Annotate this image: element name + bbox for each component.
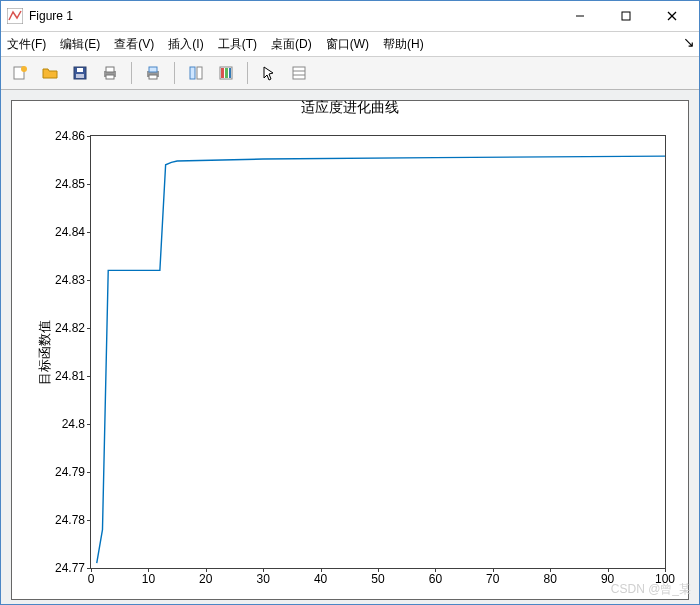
colorbar-button[interactable] [213,60,239,86]
y-tick-label: 24.86 [55,129,91,143]
window-title: Figure 1 [29,9,73,23]
new-figure-button[interactable] [7,60,33,86]
svg-rect-2 [622,12,630,20]
svg-rect-11 [106,67,114,72]
svg-rect-9 [76,74,84,78]
menubar: 文件(F) 编辑(E) 查看(V) 插入(I) 工具(T) 桌面(D) 窗口(W… [1,32,699,57]
plot-frame: 适应度进化曲线 目标函数值 24.7724.7824.7924.824.8124… [11,100,689,600]
y-tick-label: 24.84 [55,225,91,239]
close-button[interactable] [649,1,695,31]
print-button[interactable] [97,60,123,86]
svg-rect-12 [106,75,114,79]
menu-file[interactable]: 文件(F) [7,36,46,53]
save-button[interactable] [67,60,93,86]
inspect-button[interactable] [286,60,312,86]
toolbar-separator [247,62,248,84]
y-axis-label: 目标函数值 [35,320,53,385]
svg-rect-14 [149,67,157,72]
y-tick-label: 24.82 [55,321,91,335]
inspect-icon [291,65,307,81]
menu-insert[interactable]: 插入(I) [168,36,203,53]
menu-desktop[interactable]: 桌面(D) [271,36,312,53]
menu-overflow-icon[interactable]: ↘ [683,34,695,50]
menu-edit[interactable]: 编辑(E) [60,36,100,53]
pointer-icon [261,65,277,81]
toolbar-separator [174,62,175,84]
svg-rect-22 [293,67,305,79]
colorbar-icon [218,65,234,81]
y-tick-label: 24.83 [55,273,91,287]
pointer-button[interactable] [256,60,282,86]
open-icon [42,65,58,81]
open-button[interactable] [37,60,63,86]
chart-title: 适应度进化曲线 [12,99,688,117]
axes-wrap: 目标函数值 24.7724.7824.7924.824.8124.8224.83… [90,135,666,569]
toolbar [1,57,699,90]
titlebar: Figure 1 [1,1,699,32]
toolbar-separator [131,62,132,84]
menu-view[interactable]: 查看(V) [114,36,154,53]
axes[interactable]: 24.7724.7824.7924.824.8124.8224.8324.842… [90,135,666,569]
menu-tools[interactable]: 工具(T) [218,36,257,53]
menu-help[interactable]: 帮助(H) [383,36,424,53]
svg-rect-16 [190,67,195,79]
svg-rect-15 [149,75,157,79]
print-icon [102,65,118,81]
save-icon [72,65,88,81]
svg-rect-20 [225,68,228,78]
y-tick-label: 24.78 [55,513,91,527]
minimize-button[interactable] [557,1,603,31]
y-tick-label: 24.81 [55,369,91,383]
plot-container: 适应度进化曲线 目标函数值 24.7724.7824.7924.824.8124… [1,90,699,604]
svg-rect-21 [229,68,231,78]
print-preview-icon [145,65,161,81]
print-preview-button[interactable] [140,60,166,86]
ylabel-wrap: 目标函数值 [34,135,54,569]
svg-rect-17 [197,67,202,79]
new-figure-icon [12,65,28,81]
matlab-figure-icon [7,8,23,24]
svg-point-6 [21,66,27,72]
y-tick-label: 24.79 [55,465,91,479]
svg-rect-8 [77,68,83,72]
menu-window[interactable]: 窗口(W) [326,36,369,53]
link-icon [188,65,204,81]
y-tick-label: 24.85 [55,177,91,191]
maximize-button[interactable] [603,1,649,31]
link-button[interactable] [183,60,209,86]
svg-rect-19 [221,68,224,78]
y-tick-label: 24.77 [55,561,91,575]
chart-line [91,136,665,568]
